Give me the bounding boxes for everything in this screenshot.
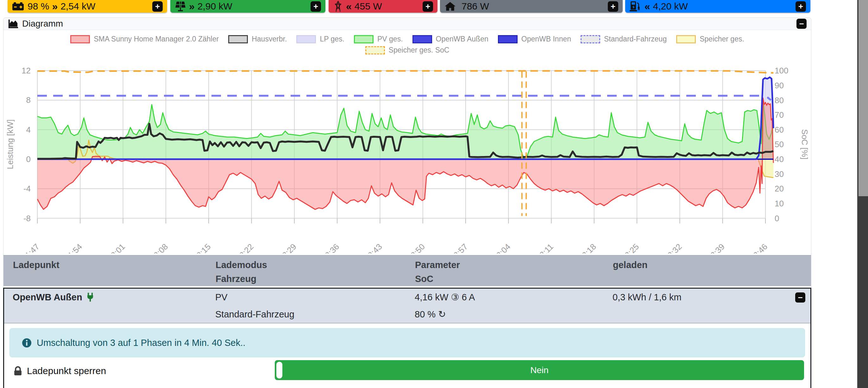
transmission-tower-icon <box>333 1 343 12</box>
lock-toggle-label: Nein <box>530 365 549 375</box>
vehicle-soc: 80 % ↻ <box>415 306 613 323</box>
legend-item[interactable]: OpenWB Außen <box>412 35 489 43</box>
tile-power-value: 4,20 kW <box>653 1 688 12</box>
power-soc-chart: -8-404812010203040506070809010011:4711:5… <box>3 50 812 254</box>
scrollbar-thumb[interactable] <box>859 0 868 196</box>
row-collapse-button[interactable]: − <box>795 292 805 302</box>
svg-text:100: 100 <box>775 66 788 75</box>
legend-item[interactable]: SMA Sunny Home Manager 2.0 Zähler <box>70 35 219 43</box>
info-circle-icon <box>22 338 32 348</box>
legend-item[interactable]: Standard-Fahrzeug <box>581 35 667 43</box>
svg-text:13:04: 13:04 <box>491 242 512 254</box>
car-battery-icon <box>12 2 24 11</box>
scrollbar-track[interactable] <box>857 0 868 388</box>
legend-label: OpenWB Innen <box>521 35 571 43</box>
chart-area-icon <box>8 19 18 29</box>
tile-soc-value: 98 % <box>28 1 49 12</box>
lock-icon <box>13 366 22 376</box>
svg-text:12: 12 <box>22 66 31 75</box>
tile-expand-button[interactable]: + <box>311 1 321 12</box>
house-icon <box>444 1 456 11</box>
svg-text:30: 30 <box>775 169 784 179</box>
flow-right-icon: » <box>52 1 58 12</box>
phase-switch-alert: Umschaltung von 3 auf 1 Phasen in 4 Min.… <box>9 328 805 357</box>
charge-parameter: 4,16 kW ③ 6 A <box>415 289 613 306</box>
svg-text:SoC [%]: SoC [%] <box>800 129 809 159</box>
svg-text:13:32: 13:32 <box>662 242 683 254</box>
tile-power-value: 2,90 kW <box>197 1 232 12</box>
svg-text:-8: -8 <box>24 214 31 223</box>
diagram-title: Diagramm <box>22 19 63 29</box>
legend-label: Standard-Fahrzeug <box>604 35 667 43</box>
svg-text:12:01: 12:01 <box>106 242 127 254</box>
tile-expand-button[interactable]: + <box>152 1 163 12</box>
svg-text:11:47: 11:47 <box>20 242 41 254</box>
svg-text:11:54: 11:54 <box>63 242 84 254</box>
svg-text:70: 70 <box>775 110 784 120</box>
svg-text:12:15: 12:15 <box>191 242 212 254</box>
alert-text: Umschaltung von 3 auf 1 Phasen in 4 Min.… <box>37 338 245 348</box>
lock-toggle-button[interactable]: Nein <box>275 360 804 380</box>
charging-station-icon <box>630 1 642 12</box>
lock-label: Ladepunkt sperren <box>27 365 106 376</box>
toggle-handle[interactable] <box>276 362 282 379</box>
legend-item[interactable]: Hausverbr. <box>228 35 287 43</box>
status-tile-grid[interactable]: « 455 W + <box>329 0 437 13</box>
legend-swatch <box>581 35 600 43</box>
svg-text:10: 10 <box>775 199 784 208</box>
legend-item[interactable]: PV ges. <box>354 35 403 43</box>
svg-text:Leistung [kW]: Leistung [kW] <box>5 119 15 169</box>
legend-swatch <box>676 35 696 43</box>
legend-swatch <box>354 35 374 43</box>
svg-text:13:11: 13:11 <box>534 242 555 254</box>
legend-swatch <box>70 35 90 43</box>
charged-energy: 0,3 kWh / 1,6 km <box>613 289 810 306</box>
svg-text:12:29: 12:29 <box>277 242 298 254</box>
tile-expand-button[interactable]: + <box>796 1 806 12</box>
chargepoint-row[interactable]: OpenWB Außen PV Standard-Fahrzeug 4,16 k… <box>4 289 810 323</box>
col-soc: SoC <box>415 272 613 286</box>
vehicle-name: Standard-Fahrzeug <box>215 306 415 323</box>
svg-text:50: 50 <box>775 139 784 149</box>
status-tile-house[interactable]: 786 W + <box>440 0 623 13</box>
legend-label: OpenWB Außen <box>436 35 489 43</box>
legend-swatch <box>498 35 518 43</box>
svg-text:12:22: 12:22 <box>234 242 255 254</box>
flow-right-icon: » <box>189 1 195 12</box>
status-tile-pv[interactable]: » 2,90 kW + <box>170 0 326 13</box>
tile-power-value: 786 W <box>462 1 489 12</box>
solar-panel-icon <box>175 1 186 12</box>
status-tile-chargepoint[interactable]: « 4,20 kW + <box>625 0 810 13</box>
diagram-collapse-button[interactable]: − <box>797 19 807 29</box>
svg-text:12:36: 12:36 <box>320 242 341 254</box>
svg-text:12:57: 12:57 <box>448 242 469 254</box>
svg-text:12:50: 12:50 <box>405 242 427 254</box>
svg-text:13:25: 13:25 <box>620 242 641 254</box>
svg-text:80: 80 <box>775 96 784 105</box>
legend-label: Hausverbr. <box>252 35 287 43</box>
svg-text:4: 4 <box>26 125 31 134</box>
tile-power-value: 455 W <box>354 1 382 12</box>
legend-item[interactable]: LP ges. <box>296 35 344 43</box>
status-tile-battery[interactable]: 98 % » 2,54 kW + <box>8 0 167 13</box>
legend-item[interactable]: Speicher ges. <box>676 35 744 43</box>
tile-expand-button[interactable]: + <box>423 1 433 12</box>
diagram-card: Diagramm − SMA Sunny Home Manager 2.0 Zä… <box>3 18 811 388</box>
col-lademodus: Lademodus <box>216 258 415 272</box>
tile-expand-button[interactable]: + <box>608 1 618 12</box>
legend-label: LP ges. <box>320 35 344 43</box>
flow-left-icon: « <box>645 1 650 12</box>
svg-text:8: 8 <box>26 95 31 105</box>
flow-left-icon: « <box>346 1 352 12</box>
chargepoint-panel: OpenWB Außen PV Standard-Fahrzeug 4,16 k… <box>3 288 811 388</box>
svg-text:20: 20 <box>775 184 784 193</box>
legend-label: Speicher ges. <box>700 35 744 43</box>
chargepoint-table-header: Ladepunkt Lademodus Fahrzeug Parameter S… <box>3 255 811 286</box>
legend-swatch <box>296 35 316 43</box>
charge-mode: PV <box>215 289 415 306</box>
legend-item[interactable]: OpenWB Innen <box>498 35 571 43</box>
legend-swatch <box>228 35 248 43</box>
svg-text:0: 0 <box>26 155 31 164</box>
col-parameter: Parameter <box>415 258 613 272</box>
col-geladen: geladen <box>613 258 811 272</box>
